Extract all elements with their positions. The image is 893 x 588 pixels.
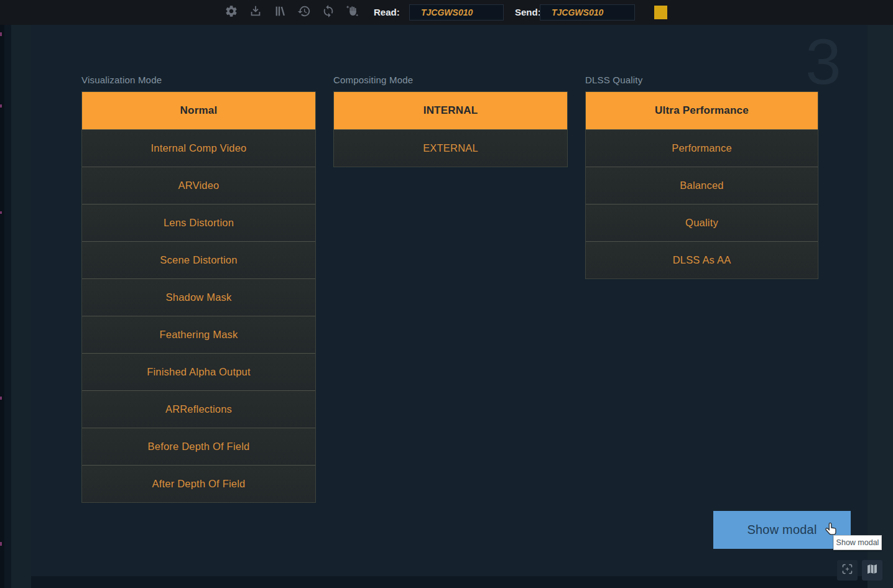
compositing-mode-header: Compositing Mode bbox=[333, 75, 568, 86]
visualization-mode-group: Visualization Mode Normal Internal Comp … bbox=[81, 75, 316, 503]
dlss-option-performance[interactable]: Performance bbox=[586, 129, 818, 167]
viz-option-finished-alpha-output[interactable]: Finished Alpha Output bbox=[82, 353, 315, 390]
viz-option-shadow-mask[interactable]: Shadow Mask bbox=[82, 278, 315, 316]
dlss-option-balanced[interactable]: Balanced bbox=[586, 167, 818, 204]
viz-option-feathering-mask[interactable]: Feathering Mask bbox=[82, 316, 315, 353]
show-modal-button[interactable]: Show modal bbox=[713, 511, 851, 549]
viz-option-arvideo[interactable]: ARVideo bbox=[82, 167, 315, 204]
edge-artifact bbox=[0, 397, 2, 400]
read-label: Read: bbox=[374, 0, 400, 25]
magic-hand-icon bbox=[346, 4, 359, 21]
download-tray-icon bbox=[249, 4, 262, 21]
status-square bbox=[654, 6, 667, 19]
compositing-mode-group: Compositing Mode INTERNAL EXTERNAL bbox=[333, 75, 568, 167]
dlss-option-dlss-as-aa[interactable]: DLSS As AA bbox=[586, 241, 818, 278]
viz-option-lens-distortion[interactable]: Lens Distortion bbox=[82, 204, 315, 241]
refresh-button[interactable] bbox=[321, 5, 336, 20]
viz-option-internal-comp-video[interactable]: Internal Comp Video bbox=[82, 129, 315, 167]
send-input[interactable] bbox=[540, 4, 635, 21]
toolbar-icon-group bbox=[224, 5, 360, 20]
viz-option-before-depth-of-field[interactable]: Before Depth Of Field bbox=[82, 428, 315, 465]
history-clock-icon bbox=[297, 4, 311, 21]
library-books-icon bbox=[273, 4, 287, 21]
viz-option-arreflections[interactable]: ARReflections bbox=[82, 390, 315, 428]
focus-frame-icon bbox=[841, 563, 854, 578]
screen-left-edge bbox=[0, 0, 4, 588]
dlss-quality-header: DLSS Quality bbox=[585, 75, 818, 86]
edge-artifact bbox=[0, 104, 2, 108]
edge-artifact bbox=[0, 542, 2, 546]
viz-option-scene-distortion[interactable]: Scene Distortion bbox=[82, 241, 315, 278]
compositing-mode-options: INTERNAL EXTERNAL bbox=[333, 91, 568, 167]
download-button[interactable] bbox=[248, 5, 263, 20]
edge-artifact bbox=[0, 211, 2, 214]
dlss-option-quality[interactable]: Quality bbox=[586, 204, 818, 241]
focus-reset-button[interactable] bbox=[837, 560, 858, 581]
minimap-button[interactable] bbox=[862, 560, 882, 581]
dlss-quality-group: DLSS Quality Ultra Performance Performan… bbox=[585, 75, 818, 279]
history-button[interactable] bbox=[297, 5, 312, 20]
read-input[interactable] bbox=[409, 4, 504, 21]
visualization-mode-options: Normal Internal Comp Video ARVideo Lens … bbox=[81, 91, 316, 503]
viz-option-normal[interactable]: Normal bbox=[82, 92, 315, 129]
viz-option-after-depth-of-field[interactable]: After Depth Of Field bbox=[82, 465, 315, 502]
comp-option-internal[interactable]: INTERNAL bbox=[334, 92, 567, 129]
settings-button[interactable] bbox=[224, 5, 239, 20]
dlss-quality-options: Ultra Performance Performance Balanced Q… bbox=[585, 91, 818, 279]
library-button[interactable] bbox=[272, 5, 287, 20]
right-margin-band bbox=[868, 25, 893, 588]
edge-artifact bbox=[0, 32, 2, 36]
visualization-mode-header: Visualization Mode bbox=[81, 75, 316, 86]
send-label: Send: bbox=[515, 0, 541, 25]
comp-option-external[interactable]: EXTERNAL bbox=[334, 129, 567, 167]
left-margin-band bbox=[11, 25, 31, 588]
refresh-sync-icon bbox=[322, 4, 335, 21]
magic-hand-button[interactable] bbox=[345, 5, 360, 20]
dlss-option-ultra-performance[interactable]: Ultra Performance bbox=[586, 92, 818, 129]
map-icon bbox=[866, 563, 879, 578]
show-modal-tooltip: Show modal bbox=[833, 535, 882, 550]
top-toolbar: Read: Send: bbox=[0, 0, 893, 25]
gear-icon bbox=[224, 4, 238, 21]
